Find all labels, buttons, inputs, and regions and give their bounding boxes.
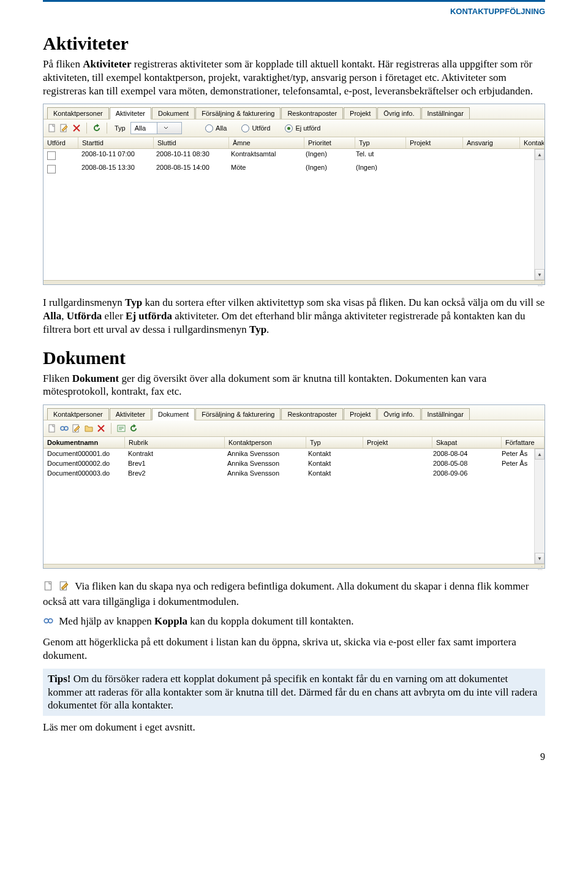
scrollbar[interactable]: ▲ ▼ [534,149,545,280]
new-doc-icon [43,580,54,595]
activities-panel: Kontaktpersoner Aktiviteter Dokument För… [43,104,545,285]
tab-dokument[interactable]: Dokument [152,408,195,420]
table-row[interactable]: Document000003.do Brev2 Annika Svensson … [43,468,545,478]
documents-toolbar [43,420,545,437]
delete-icon[interactable] [72,123,81,133]
page-number: 9 [43,751,545,762]
para-aktiviteter-intro: På fliken Aktiviteter registreras aktivi… [43,58,545,97]
tab-aktiviteter[interactable]: Aktiviteter [110,107,151,120]
para-las-mer: Läs mer om dokument i eget avsnitt. [43,721,545,734]
documents-panel: Kontaktpersoner Aktiviteter Dokument För… [43,404,545,569]
scroll-down-icon[interactable]: ▼ [535,269,545,280]
tab-ovrig-info[interactable]: Övrig info. [377,408,420,420]
radio-ej-utford[interactable]: Ej utförd [285,124,320,132]
table-row[interactable]: Document000001.do Kontrakt Annika Svenss… [43,449,545,458]
tab-forsaljning[interactable]: Försäljning & fakturering [195,408,281,420]
tip-box: Tips! Om du försöker radera ett kopplat … [43,669,545,716]
refresh-icon[interactable] [129,423,138,433]
scroll-up-icon[interactable]: ▲ [535,149,545,160]
edit-icon[interactable] [72,423,81,433]
col-prioritet[interactable]: Prioritet [304,137,355,148]
scroll-down-icon[interactable]: ▼ [535,553,545,564]
col-kontaktperson[interactable]: Kontaktperson [225,437,306,448]
new-icon[interactable] [47,123,57,133]
table-row[interactable]: 2008-10-11 07:00 2008-10-11 08:30 Kontra… [43,149,545,162]
delete-icon[interactable] [96,423,106,433]
tab-installningar[interactable]: Inställningar [421,408,470,420]
link-icon[interactable] [59,423,69,433]
resize-grip-icon[interactable]: ..: [43,564,545,568]
col-ansvarig[interactable]: Ansvarig [463,137,520,148]
activities-header-row: Utförd Starttid Sluttid Ämne Prioritet T… [43,137,545,149]
tab-dokument[interactable]: Dokument [152,107,195,119]
table-row[interactable]: 2008-08-15 13:30 2008-08-15 14:00 Möte (… [43,162,545,176]
svg-rect-4 [64,427,68,430]
col-skapat[interactable]: Skapat [432,437,502,448]
header-section-label: KONTAKTUPPFÖLJNING [43,0,545,20]
col-amne[interactable]: Ämne [229,137,304,148]
svg-rect-10 [48,618,53,623]
radio-utford[interactable]: Utförd [241,124,270,132]
checkbox-icon[interactable] [47,165,56,173]
col-dokumentnamn[interactable]: Dokumentnamn [43,437,125,448]
chevron-down-icon[interactable] [157,123,181,134]
new-icon[interactable] [47,423,57,433]
col-utford[interactable]: Utförd [43,137,78,148]
tab-projekt[interactable]: Projekt [344,107,377,119]
col-projekt[interactable]: Projekt [363,437,432,448]
para-koppla: Med hjälp av knappen Koppla kan du koppl… [43,615,545,630]
documents-grid: Document000001.do Kontrakt Annika Svenss… [43,449,545,564]
svg-rect-3 [61,427,64,430]
scrollbar[interactable]: ▲ ▼ [534,449,545,564]
tab-projekt[interactable]: Projekt [344,408,377,420]
edit-icon[interactable] [59,123,69,133]
para-typ-filter: I rullgardinsmenyn Typ kan du sortera ef… [43,296,545,336]
typ-label: Typ [112,124,128,132]
checkbox-icon[interactable] [47,151,56,160]
tab-ovrig-info[interactable]: Övrig info. [377,107,420,119]
col-sluttid[interactable]: Sluttid [154,137,229,148]
typ-combo[interactable]: Alla [130,122,182,134]
svg-rect-9 [44,618,48,623]
table-row[interactable]: Document000002.do Brev1 Annika Svensson … [43,458,545,468]
activities-grid: 2008-10-11 07:00 2008-10-11 08:30 Kontra… [43,149,545,280]
svg-rect-2 [49,425,55,432]
export-icon[interactable] [116,423,126,433]
col-forfattare[interactable]: Författare [502,437,545,448]
svg-rect-0 [49,124,55,132]
link-doc-icon [43,615,54,630]
activities-toolbar: Typ Alla Alla Utförd Ej utförd [43,120,545,137]
documents-tabrow: Kontaktpersoner Aktiviteter Dokument För… [43,405,545,420]
tab-kontaktpersoner[interactable]: Kontaktpersoner [47,408,109,420]
heading-dokument: Dokument [43,347,545,368]
scroll-up-icon[interactable]: ▲ [535,449,545,460]
tab-reskontraposter[interactable]: Reskontraposter [281,408,343,420]
para-dokument-intro: Fliken Dokument ger dig översikt över al… [43,372,545,399]
documents-header-row: Dokumentnamn Rubrik Kontaktperson Typ Pr… [43,437,545,449]
tab-forsaljning[interactable]: Försäljning & fakturering [195,107,281,119]
tab-kontaktpersoner[interactable]: Kontaktpersoner [47,107,109,119]
para-via-fliken: Via fliken kan du skapa nya och redigera… [43,580,545,609]
edit-doc-icon [59,580,70,595]
col-typ[interactable]: Typ [355,137,406,148]
svg-rect-7 [45,582,51,590]
col-projekt[interactable]: Projekt [406,137,463,148]
col-starttid[interactable]: Starttid [78,137,154,148]
heading-aktiviteter: Aktiviteter [43,33,545,54]
resize-grip-icon[interactable]: ..: [43,280,545,284]
open-folder-icon[interactable] [84,423,94,433]
refresh-icon[interactable] [92,123,102,133]
tab-installningar[interactable]: Inställningar [421,107,470,119]
col-kontaktperson[interactable]: Kontaktperson [520,137,545,148]
tab-reskontraposter[interactable]: Reskontraposter [281,107,343,119]
radio-alla[interactable]: Alla [205,124,227,132]
col-typ[interactable]: Typ [306,437,363,448]
tab-aktiviteter[interactable]: Aktiviteter [110,408,151,420]
para-hogerklicka: Genom att högerklicka på ett dokument i … [43,636,545,663]
col-rubrik[interactable]: Rubrik [125,437,225,448]
activities-tabrow: Kontaktpersoner Aktiviteter Dokument För… [43,104,545,120]
